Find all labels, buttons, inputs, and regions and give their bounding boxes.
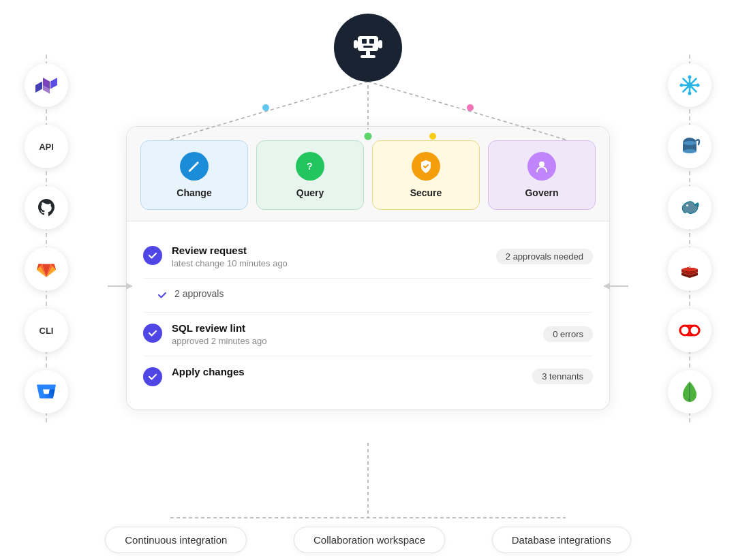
cli-label: CLI bbox=[40, 326, 54, 336]
sidebar-item-api: API bbox=[19, 116, 74, 177]
sql-review-subtitle: approved 2 minutes ago bbox=[172, 336, 543, 346]
check-circle-apply bbox=[143, 367, 162, 386]
apply-title: Apply changes bbox=[172, 366, 532, 377]
svg-point-36 bbox=[683, 141, 696, 145]
svg-rect-17 bbox=[354, 40, 358, 48]
svg-point-37 bbox=[686, 204, 688, 206]
tab-card-govern[interactable]: Govern bbox=[488, 140, 596, 210]
query-icon-circle: ? bbox=[296, 152, 324, 181]
review-item-apply: Apply changes 3 tennants bbox=[143, 356, 593, 396]
svg-marker-21 bbox=[35, 82, 42, 93]
secure-label: Secure bbox=[410, 187, 442, 198]
github-icon bbox=[25, 186, 68, 230]
sidebar-item-snowflake bbox=[662, 55, 717, 116]
govern-label: Govern bbox=[525, 187, 558, 198]
svg-rect-16 bbox=[361, 55, 375, 58]
ci-label: Continuous integration bbox=[105, 527, 247, 553]
api-label: API bbox=[39, 142, 54, 152]
logo-circle bbox=[334, 14, 402, 82]
svg-rect-14 bbox=[363, 46, 373, 48]
sql-review-badge: 0 errors bbox=[543, 326, 593, 342]
svg-point-9 bbox=[467, 104, 474, 111]
sidebar-item-bitbucket bbox=[19, 361, 74, 422]
svg-point-28 bbox=[687, 82, 692, 88]
review-item-request: Review request latest change 10 minutes … bbox=[143, 235, 593, 279]
sidebar-item-mongodb bbox=[662, 361, 717, 422]
svg-rect-18 bbox=[378, 40, 382, 48]
sidebar-item-oracle bbox=[662, 300, 717, 361]
sidebar-item-redis: RE bbox=[662, 238, 717, 300]
svg-point-35 bbox=[683, 149, 696, 153]
gitlab-icon bbox=[25, 247, 68, 291]
oracle-icon bbox=[668, 309, 711, 352]
approvals-text: 2 approvals bbox=[174, 288, 593, 301]
change-icon-circle bbox=[180, 152, 209, 181]
check-circle-sql bbox=[143, 324, 162, 343]
tab-card-query[interactable]: ? Query bbox=[256, 140, 364, 210]
center-panel: Change ? Query Secure bbox=[126, 126, 610, 410]
svg-text:?: ? bbox=[307, 161, 313, 172]
svg-point-41 bbox=[690, 326, 699, 335]
svg-point-31 bbox=[680, 84, 684, 87]
approvals-label: 2 approvals bbox=[174, 288, 593, 299]
tabs-row: Change ? Query Secure bbox=[127, 127, 609, 221]
bitbucket-icon bbox=[25, 370, 68, 414]
snowflake-icon bbox=[668, 63, 711, 107]
db-label: Database integrations bbox=[492, 527, 631, 553]
sql-review-text: SQL review lint approved 2 minutes ago bbox=[172, 322, 543, 346]
tab-card-secure[interactable]: Secure bbox=[372, 140, 480, 210]
cli-icon: CLI bbox=[25, 309, 68, 352]
svg-point-40 bbox=[680, 326, 690, 335]
svg-point-32 bbox=[696, 84, 700, 87]
review-request-text: Review request latest change 10 minutes … bbox=[172, 245, 496, 268]
svg-point-30 bbox=[688, 92, 692, 95]
sidebar-item-mysql bbox=[662, 177, 717, 238]
govern-icon-circle bbox=[527, 152, 556, 181]
apply-badge: 3 tennants bbox=[532, 369, 593, 384]
sidebar-item-terraform bbox=[19, 55, 74, 116]
review-request-badge: 2 approvals needed bbox=[496, 249, 593, 264]
sidebar-item-cli: CLI bbox=[19, 300, 74, 361]
query-label: Query bbox=[296, 187, 324, 198]
right-sidebar: RE bbox=[662, 55, 717, 422]
api-icon: API bbox=[25, 125, 68, 168]
redis-icon: RE bbox=[668, 247, 711, 291]
mysql-icon bbox=[668, 186, 711, 230]
svg-point-29 bbox=[688, 76, 692, 79]
svg-marker-20 bbox=[50, 78, 57, 89]
change-label: Change bbox=[177, 187, 211, 198]
svg-point-7 bbox=[262, 104, 269, 111]
check-small-approvals bbox=[153, 290, 168, 302]
sidebar-item-github bbox=[19, 177, 74, 238]
terraform-icon bbox=[25, 63, 68, 107]
svg-rect-12 bbox=[362, 39, 367, 44]
postgres-icon bbox=[668, 125, 711, 168]
main-container: API bbox=[0, 0, 736, 560]
review-request-subtitle: latest change 10 minutes ago bbox=[172, 258, 496, 268]
svg-rect-11 bbox=[358, 36, 378, 51]
sidebar-item-postgres bbox=[662, 116, 717, 177]
bytebase-logo-icon bbox=[350, 29, 386, 66]
sidebar-item-gitlab bbox=[19, 238, 74, 300]
check-circle-request bbox=[143, 246, 162, 265]
mongodb-icon bbox=[668, 370, 711, 414]
svg-point-43 bbox=[539, 161, 545, 167]
left-sidebar: API bbox=[19, 55, 74, 422]
svg-rect-13 bbox=[369, 39, 374, 44]
review-request-title: Review request bbox=[172, 245, 496, 256]
collab-label: Collaboration workspace bbox=[294, 527, 445, 553]
review-sub-approvals: 2 approvals bbox=[143, 279, 593, 313]
tab-card-change[interactable]: Change bbox=[140, 140, 248, 210]
svg-text:RE: RE bbox=[686, 262, 694, 269]
review-item-sql: SQL review lint approved 2 minutes ago 0… bbox=[143, 313, 593, 356]
bottom-labels: Continuous integration Collaboration wor… bbox=[0, 527, 736, 553]
sql-review-title: SQL review lint bbox=[172, 322, 543, 334]
review-section: Review request latest change 10 minutes … bbox=[127, 221, 609, 409]
secure-icon-circle bbox=[412, 152, 440, 181]
apply-text: Apply changes bbox=[172, 366, 532, 379]
